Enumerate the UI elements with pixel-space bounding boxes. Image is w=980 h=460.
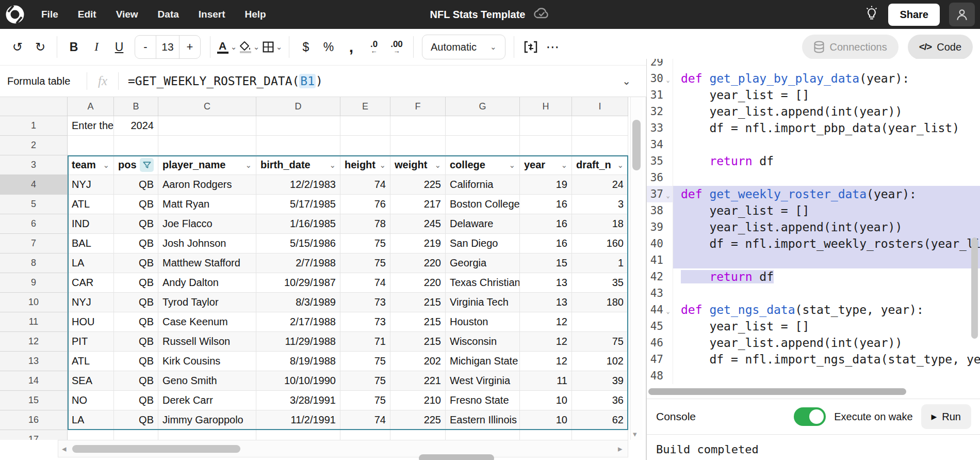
- code-line-37[interactable]: 37⌄def get_weekly_roster_data(year):: [647, 186, 980, 202]
- cell-H5[interactable]: 16: [520, 195, 572, 214]
- cell-I14[interactable]: 39: [572, 371, 628, 391]
- column-header-C[interactable]: C: [158, 97, 256, 116]
- cell-A14[interactable]: SEA: [68, 371, 114, 391]
- more-options-button[interactable]: ⋯: [542, 35, 565, 59]
- cell-G16[interactable]: Eastern Illinois: [446, 410, 520, 430]
- cell-C2[interactable]: [158, 136, 256, 155]
- cell-F2[interactable]: [390, 136, 446, 155]
- cell-G2[interactable]: [446, 136, 520, 155]
- menu-file[interactable]: File: [41, 9, 58, 20]
- cell-C10[interactable]: Tyrod Taylor: [158, 293, 256, 312]
- cell-H1[interactable]: [520, 116, 572, 136]
- cell-B5[interactable]: QB: [114, 195, 158, 214]
- cell-H10[interactable]: 13: [520, 293, 572, 312]
- currency-format-button[interactable]: $: [295, 35, 317, 59]
- table-header-college[interactable]: college⌄: [446, 155, 520, 175]
- cell-G8[interactable]: Georgia: [446, 253, 520, 273]
- font-size-increase-button[interactable]: +: [179, 36, 200, 58]
- code-line-40[interactable]: 40 df = nfl.import_weekly_rosters(year_l…: [647, 235, 980, 252]
- column-sort-chevron-icon[interactable]: ⌄: [561, 161, 567, 170]
- cell-E7[interactable]: 75: [340, 234, 390, 253]
- code-line-36[interactable]: 36: [647, 169, 980, 186]
- cell-H12[interactable]: 12: [520, 332, 572, 352]
- fold-chevron-icon[interactable]: ⌄: [663, 189, 673, 199]
- cell-E10[interactable]: 73: [340, 293, 390, 312]
- formula-input[interactable]: =GET_WEEKLY_ROSTER_DATA(B1): [128, 74, 622, 88]
- font-size-decrease-button[interactable]: -: [135, 36, 156, 58]
- cell-E17[interactable]: [340, 430, 390, 440]
- cell-B10[interactable]: QB: [114, 293, 158, 312]
- menu-view[interactable]: View: [116, 9, 138, 20]
- row-header-12[interactable]: 12: [0, 332, 68, 352]
- cell-I9[interactable]: 35: [572, 273, 628, 293]
- connections-button[interactable]: Connections: [802, 35, 899, 59]
- code-line-gutter-36[interactable]: 36: [647, 169, 673, 186]
- column-sort-chevron-icon[interactable]: ⌄: [103, 161, 109, 170]
- cell-E6[interactable]: 78: [340, 214, 390, 234]
- cell-G1[interactable]: [446, 116, 520, 136]
- code-line-gutter-38[interactable]: 38: [647, 202, 673, 219]
- cell-G5[interactable]: Boston College: [446, 195, 520, 214]
- row-header-5[interactable]: 5: [0, 195, 68, 214]
- column-sort-chevron-icon[interactable]: ⌄: [434, 161, 441, 170]
- bold-button[interactable]: B: [62, 35, 85, 59]
- cell-I15[interactable]: 36: [572, 391, 628, 410]
- cell-I8[interactable]: 1: [572, 253, 628, 273]
- row-header-15[interactable]: 15: [0, 391, 68, 410]
- cell-E8[interactable]: 75: [340, 253, 390, 273]
- increase-decimals-button[interactable]: .00→: [385, 35, 408, 59]
- code-vertical-scrollbar-thumb[interactable]: [971, 237, 978, 339]
- menu-edit[interactable]: Edit: [78, 9, 96, 20]
- cell-B13[interactable]: QB: [114, 352, 158, 371]
- cell-I12[interactable]: 75: [572, 332, 628, 352]
- fold-chevron-icon[interactable]: ⌄: [663, 305, 673, 315]
- decrease-decimals-button[interactable]: .0←: [363, 35, 385, 59]
- cell-E15[interactable]: 75: [340, 391, 390, 410]
- cell-C7[interactable]: Josh Johnson: [158, 234, 256, 253]
- cell-G7[interactable]: San Diego: [446, 234, 520, 253]
- code-line-44[interactable]: 44⌄def get_ngs_data(stat_type, year):: [647, 302, 980, 318]
- cell-D5[interactable]: 5/17/1985: [256, 195, 340, 214]
- scroll-down-arrow-icon[interactable]: ▾: [633, 430, 637, 439]
- code-line-gutter-44[interactable]: 44⌄: [647, 302, 673, 318]
- code-line-gutter-46[interactable]: 46: [647, 335, 673, 351]
- cell-H11[interactable]: 12: [520, 312, 572, 332]
- code-line-30[interactable]: 30⌄def get_play_by_play_data(year):: [647, 70, 980, 87]
- cell-B12[interactable]: QB: [114, 332, 158, 352]
- code-line-gutter-29[interactable]: 29: [647, 59, 673, 70]
- cell-C16[interactable]: Jimmy Garoppolo: [158, 410, 256, 430]
- cell-D13[interactable]: 8/19/1988: [256, 352, 340, 371]
- table-header-year[interactable]: year⌄: [520, 155, 572, 175]
- cell-I5[interactable]: 3: [572, 195, 628, 214]
- cell-G11[interactable]: Houston: [446, 312, 520, 332]
- cell-D15[interactable]: 3/28/1991: [256, 391, 340, 410]
- cell-D17[interactable]: [256, 430, 340, 440]
- data-table-convert-button[interactable]: [519, 35, 542, 59]
- redo-button[interactable]: ↻: [29, 35, 52, 59]
- table-header-height[interactable]: height⌄: [340, 155, 390, 175]
- code-line-32[interactable]: 32 year_list.append(int(year)): [647, 103, 980, 120]
- table-header-pos[interactable]: pos: [114, 155, 158, 175]
- cell-B4[interactable]: QB: [114, 175, 158, 195]
- column-header-I[interactable]: I: [572, 97, 628, 116]
- formula-bar-expand-chevron-icon[interactable]: ⌄: [622, 75, 631, 87]
- code-line-39[interactable]: 39 year_list.append(int(year)): [647, 219, 980, 235]
- code-line-gutter-43[interactable]: 43: [647, 285, 673, 302]
- cell-D11[interactable]: 2/17/1988: [256, 312, 340, 332]
- column-sort-chevron-icon[interactable]: ⌄: [379, 161, 386, 170]
- row-header-17[interactable]: 17: [0, 430, 68, 440]
- code-line-gutter-42[interactable]: 42: [647, 268, 673, 285]
- cell-H2[interactable]: [520, 136, 572, 155]
- cell-C13[interactable]: Kirk Cousins: [158, 352, 256, 371]
- cell-A8[interactable]: LA: [68, 253, 114, 273]
- row-header-6[interactable]: 6: [0, 214, 68, 234]
- borders-button[interactable]: ⌄: [261, 35, 284, 59]
- cell-A7[interactable]: BAL: [68, 234, 114, 253]
- cell-C8[interactable]: Matthew Stafford: [158, 253, 256, 273]
- column-header-H[interactable]: H: [520, 97, 572, 116]
- sheet-grid[interactable]: ABCDEFGHI1Enter the202423team⌄posplayer_…: [0, 97, 646, 440]
- cell-I11[interactable]: [572, 312, 628, 332]
- cell-H7[interactable]: 16: [520, 234, 572, 253]
- cell-F14[interactable]: 221: [390, 371, 446, 391]
- cell-I17[interactable]: [572, 430, 628, 440]
